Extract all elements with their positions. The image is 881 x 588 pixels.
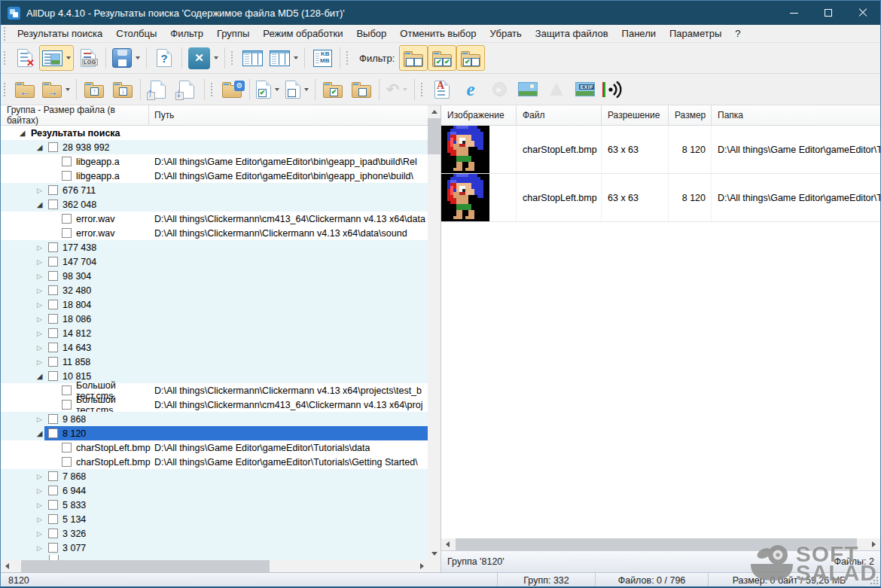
menu-options[interactable]: Параметры [663,26,728,41]
menu-panels[interactable]: Панели [615,26,663,41]
row-checkbox[interactable] [48,414,58,424]
row-checkbox[interactable] [62,171,72,181]
previous-group-button[interactable]: ← [11,77,39,102]
row-checkbox[interactable] [48,271,58,281]
toolbar-viewers-grip[interactable] [420,83,424,96]
close-search-button[interactable]: ✕ [185,45,221,71]
row-checkbox[interactable] [48,371,58,381]
browser-viewer-button[interactable]: e [456,77,485,102]
column-header-group[interactable]: Группа - Размер файла (в байтах) [1,105,149,125]
menu-process-mode[interactable]: Режим обработки [256,26,349,41]
row-checkbox[interactable] [48,357,58,367]
column-header-path[interactable]: Путь [149,110,428,120]
image-viewer-button[interactable] [514,77,542,102]
scroll-up-button[interactable] [428,105,440,118]
menu-search-results[interactable]: Результаты поиска [11,26,109,41]
row-checkbox[interactable] [62,385,72,395]
menu-remove[interactable]: Убрать [483,26,529,41]
tree-expander-icon[interactable]: ▷ [35,416,44,423]
tree-row[interactable]: ▷32 480 [1,283,428,297]
close-button[interactable] [846,1,880,25]
tree-expander-icon[interactable]: ▷ [35,487,44,495]
row-checkbox[interactable] [48,185,58,195]
audio-player-button[interactable] [599,77,628,102]
tree-expander-icon[interactable]: ◢ [35,372,44,380]
scrollbar-thumb[interactable] [428,118,440,154]
columns-autosize-button[interactable] [267,45,301,71]
column-header-folder[interactable]: Папка [712,105,880,125]
tree-row[interactable]: ▷3 077 [1,541,428,555]
tree-row[interactable]: ▷3 326 [1,526,428,541]
row-checkbox[interactable] [48,471,58,481]
tree-row[interactable]: ◢362 048 [1,197,428,212]
row-checkbox[interactable] [62,228,72,238]
help-button[interactable]: ? [150,45,178,71]
scrollbar-thumb[interactable] [21,560,270,572]
toggle-preview-panel-button[interactable] [39,45,74,71]
tree-row[interactable]: ▷98 304 [1,269,428,283]
row-checkbox[interactable] [48,343,58,352]
tree-row[interactable]: ▷14 643 [1,340,428,355]
row-checkbox[interactable] [62,443,72,452]
tree-row[interactable]: ▷147 704 [1,254,428,269]
row-checkbox[interactable] [48,514,58,524]
tree-horizontal-scrollbar[interactable] [1,560,428,572]
next-group-button[interactable]: → [39,77,73,102]
row-checkbox[interactable] [62,400,72,410]
undo-button[interactable]: ↶ [383,77,411,102]
tree-row[interactable]: ▷5 134 [1,512,428,526]
first-group-button[interactable]: ↑ [80,77,108,102]
tree-row[interactable]: ▷18 804 [1,297,428,312]
tree-row[interactable]: ◢28 938 992 [1,140,428,154]
tree-expander-icon[interactable]: ▷ [35,473,44,480]
filter-show-all-groups-button[interactable] [399,45,428,71]
tree-expander-icon[interactable]: ▷ [35,344,44,352]
tree-row[interactable]: Большой тест.cmsD:\All things\Clickerman… [1,398,428,412]
tree-expander-icon[interactable]: ◢ [17,129,27,137]
row-checkbox[interactable] [49,555,59,560]
row-checkbox[interactable] [48,242,58,252]
tree-row[interactable] [1,555,428,560]
tree-row[interactable]: charStopLeft.bmpD:\All things\Game Edito… [1,455,428,469]
toolbar-columns-grip[interactable] [230,51,234,65]
toolbar-select-grip[interactable] [210,83,214,96]
row-checkbox[interactable] [48,300,58,309]
tree-expander-icon[interactable]: ▷ [35,258,44,266]
tree-expander-icon[interactable]: ▷ [35,315,44,323]
row-checkbox[interactable] [48,200,58,209]
vlc-player-button[interactable] [542,77,571,102]
row-checkbox[interactable] [48,257,58,267]
save-results-button[interactable] [109,45,143,71]
tree-row[interactable]: ◢Результаты поиска [1,126,428,140]
row-checkbox[interactable] [48,328,58,338]
tree-row[interactable]: ▷11 858 [1,355,428,369]
filter-partially-checked-button[interactable]: ✔ [456,45,485,71]
column-header-image[interactable]: Изображение [441,105,517,125]
tree-expander-icon[interactable]: ▷ [35,244,44,251]
row-checkbox[interactable] [62,457,72,467]
tree-row[interactable]: ◢10 815 [1,369,428,383]
row-checkbox[interactable] [48,500,58,510]
tree-expander-icon[interactable]: ◢ [35,429,44,437]
tree-expander-icon[interactable]: ▷ [35,301,44,309]
row-checkbox[interactable] [48,486,58,495]
row-checkbox[interactable] [48,142,58,152]
text-viewer-button[interactable]: A [428,77,456,102]
tree-row[interactable]: error.wavD:\All things\Clickermann\Click… [1,226,428,240]
scroll-left-button[interactable] [1,560,14,572]
tree-row[interactable]: error.wavD:\All things\Clickermann\cm413… [1,212,428,226]
tree-expander-icon[interactable]: ▷ [35,544,44,552]
tree-row[interactable]: ◢8 120 [1,426,428,440]
row-checkbox[interactable] [62,214,72,224]
tree-row[interactable]: ▷7 868 [1,469,428,483]
row-checkbox[interactable] [48,285,58,295]
size-format-button[interactable]: KBMB [308,45,337,71]
menu-filter[interactable]: Фильтр [163,26,210,41]
maximize-button[interactable] [811,1,846,25]
column-header-resolution[interactable]: Разрешение [602,105,669,125]
tree-expander-icon[interactable]: ◢ [35,200,44,209]
tree-row[interactable]: ▷177 438 [1,240,428,254]
tree-row[interactable]: charStopLeft.bmpD:\All things\Game Edito… [1,440,428,455]
scroll-right-button[interactable] [416,560,428,572]
toolbar-filter-grip[interactable] [346,51,349,65]
